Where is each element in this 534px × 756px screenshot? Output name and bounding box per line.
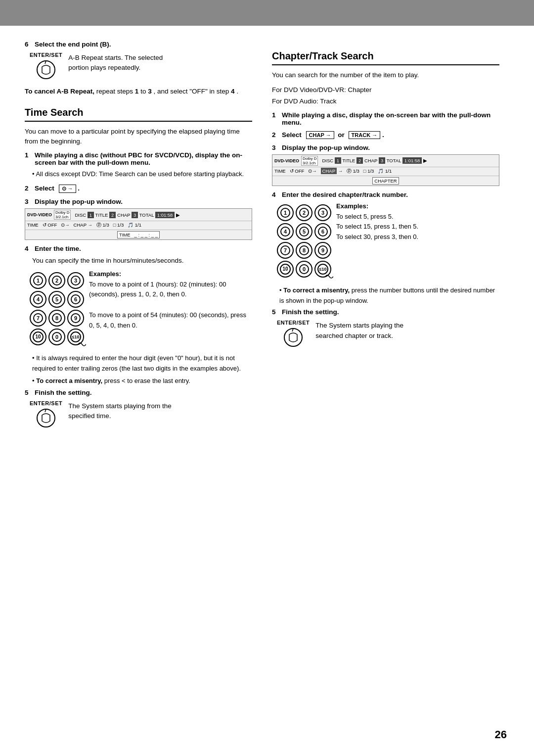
time-select-icon: ⊙ → (59, 185, 76, 193)
left-step-5-text: Finish the setting. (35, 389, 92, 396)
num-btn-9[interactable]: 9 (67, 310, 84, 327)
left-step-4: 4 Enter the time. You can specify the ti… (25, 245, 252, 348)
numpad-1: 1 2 3 4 5 6 7 8 9 10 0 ≤10 (30, 272, 84, 345)
screen-time-label: TIME _ : _ _ : _ _ (117, 231, 160, 238)
page-number: 26 (495, 728, 507, 741)
left-bullet-2: To correct a misentry, press < to erase … (32, 376, 252, 386)
enter-set-label-1: ENTER/SET (30, 52, 62, 58)
left-step-3-num: 3 (25, 198, 32, 205)
chapter-track-intro-3: For DVD Audio: Track (272, 96, 499, 106)
left-step-1-bullet: All discs except DVD: Time Search can be… (32, 169, 252, 180)
r-num-btn-3[interactable]: 3 (314, 204, 331, 221)
r-num-btn-8[interactable]: 8 (296, 242, 312, 259)
enter-set-block-1: ENTER/SET A-B Repeat starts. The selecte… (30, 52, 252, 81)
left-step-1-text: While playing a disc (without PBC for SV… (35, 151, 252, 166)
num-btn-10[interactable]: 10 (30, 329, 46, 345)
right-step-5-num: 5 (272, 308, 279, 316)
time-search-intro: You can move to a particular point by sp… (25, 127, 252, 147)
enter-set-block-3: ENTER/SET The System starts playing the … (277, 320, 499, 348)
right-step-5-text: Finish the setting. (282, 308, 339, 316)
r-num-btn-10[interactable]: 10 (277, 261, 294, 278)
svg-point-2 (37, 409, 55, 427)
track-select-box: TRACK → (349, 131, 381, 139)
screen2-row-3: CHAPTER (272, 176, 499, 186)
svg-point-4 (284, 329, 302, 346)
left-step-4-text: Enter the time. (35, 245, 81, 252)
cancel-note: To cancel A-B Repeat, repeat steps 1 to … (25, 87, 252, 97)
chapter-track-title: Chapter/Track Search (272, 50, 499, 65)
svg-point-0 (37, 61, 55, 79)
left-step-1: 1 While playing a disc (without PBC for … (25, 151, 252, 180)
left-step-1-num: 1 (25, 151, 32, 159)
left-step-5-num: 5 (25, 389, 32, 396)
time-search-title: Time Search (25, 107, 252, 122)
right-column: Chapter/Track Search You can search for … (272, 41, 499, 435)
num-btn-6[interactable]: 6 (67, 291, 84, 308)
num-btn-leq10[interactable]: ≤10 (67, 329, 84, 345)
right-step-5: 5 Finish the setting. ENTER/SET The Syst… (272, 308, 499, 348)
right-bullet-1: To correct a misentry, press the number … (279, 285, 499, 306)
header-bar (0, 0, 534, 26)
step-6-block: 6 Select the end point (B). ENTER/SET A-… (25, 41, 252, 97)
enter-set-text-2: The System starts playing from the speci… (68, 400, 172, 422)
left-step-3: 3 Display the pop-up window. DVD-VIDEO D… (25, 198, 252, 240)
right-step-3: 3 Display the pop-up window. DVD-VIDEO D… (272, 144, 499, 186)
screen2-row-2: TIME ↺ OFF ⊙→ CHAP → ⓟ 1/3 □ 1/3 🎵 1/1 (272, 167, 499, 176)
num-btn-7[interactable]: 7 (30, 310, 46, 327)
enter-set-wrapper-3: ENTER/SET (277, 320, 310, 348)
r-num-btn-6[interactable]: 6 (314, 223, 331, 240)
chap-select-box: CHAP → (306, 131, 334, 139)
left-step-5: 5 Finish the setting. ENTER/SET The Syst… (25, 389, 252, 429)
left-bullet-1: It is always required to enter the hour … (32, 353, 252, 374)
r-num-btn-1[interactable]: 1 (277, 204, 294, 221)
examples-text-2: Examples: To select 5, press 5. To selec… (336, 201, 418, 242)
enter-set-icon-3 (282, 327, 304, 348)
right-step-2-num: 2 (272, 131, 279, 139)
step-6-text: Select the end point (B). (35, 41, 111, 48)
enter-set-icon-1 (35, 59, 57, 81)
screen-chapter-label: CHAPTER (372, 177, 399, 185)
num-btn-0[interactable]: 0 (48, 329, 65, 345)
numpad-2: 1 2 3 4 5 6 7 8 9 10 0 ≤10 (277, 204, 331, 278)
num-btn-4[interactable]: 4 (30, 291, 46, 308)
step-6-number: 6 (25, 41, 32, 48)
chapter-track-intro-2: For DVD Video/DVD-VR: Chapter (272, 85, 499, 95)
left-step-2-num: 2 (25, 185, 32, 192)
left-step-2: 2 Select ⊙ → . (25, 185, 252, 193)
right-step-1: 1 While playing a disc, display the on-s… (272, 111, 499, 126)
r-num-btn-0[interactable]: 0 (296, 261, 312, 278)
r-num-btn-leq10[interactable]: ≤10 (314, 261, 331, 278)
num-btn-5[interactable]: 5 (48, 291, 65, 308)
enter-set-text-3: The System starts playing the searched c… (315, 320, 403, 341)
right-step-4: 4 Enter the desired chapter/track number… (272, 191, 499, 281)
chapter-track-intro-1: You can search for the number of the ite… (272, 70, 499, 80)
screen-row-2: TIME ↺ OFF ⊙→ CHAP → ⓟ 1/3 □ 1/3 🎵 1/1 (25, 221, 252, 230)
enter-set-label-2: ENTER/SET (30, 400, 62, 406)
num-btn-3[interactable]: 3 (67, 272, 84, 289)
left-step-3-text: Display the pop-up window. (35, 198, 123, 205)
num-btn-2[interactable]: 2 (48, 272, 65, 289)
screen2-row-1: DVD-VIDEO Dolby D3/2.1ch DISC 1 TITLE 2 … (272, 155, 499, 167)
r-num-btn-2[interactable]: 2 (296, 204, 312, 221)
r-num-btn-5[interactable]: 5 (296, 223, 312, 240)
r-num-btn-4[interactable]: 4 (277, 223, 294, 240)
right-step-3-text: Display the pop-up window. (282, 144, 370, 151)
right-step-2-text: Select CHAP → or TRACK → . (282, 131, 384, 139)
right-step-3-num: 3 (272, 144, 279, 151)
numpad-examples-wrapper-1: 1 2 3 4 5 6 7 8 9 10 0 ≤10 (25, 269, 252, 348)
r-num-btn-7[interactable]: 7 (277, 242, 294, 259)
left-column: 6 Select the end point (B). ENTER/SET A-… (25, 41, 252, 435)
right-step-2: 2 Select CHAP → or TRACK → . (272, 131, 499, 139)
enter-set-block-2: ENTER/SET The System starts playing from… (30, 400, 252, 429)
right-step-4-text: Enter the desired chapter/track number. (282, 191, 408, 198)
left-step-4-body: You can specify the time in hours/minute… (32, 255, 252, 266)
num-btn-1[interactable]: 1 (30, 272, 46, 289)
left-step-2-text: Select ⊙ → . (35, 185, 80, 193)
right-step-4-num: 4 (272, 191, 279, 198)
r-num-btn-9[interactable]: 9 (314, 242, 331, 259)
left-step-4-num: 4 (25, 245, 32, 252)
enter-set-label-3: ENTER/SET (277, 320, 310, 326)
num-btn-8[interactable]: 8 (48, 310, 65, 327)
numpad-examples-wrapper-2: 1 2 3 4 5 6 7 8 9 10 0 ≤10 (272, 201, 499, 281)
right-step-1-text: While playing a disc, display the on-scr… (282, 111, 499, 126)
